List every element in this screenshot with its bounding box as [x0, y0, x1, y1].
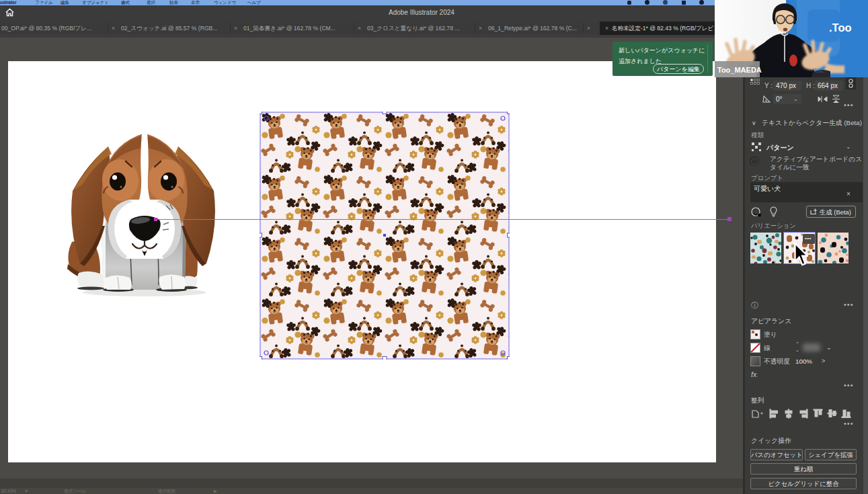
svg-text:Too_MAEDA: Too_MAEDA	[717, 66, 762, 74]
svg-text:.Too: .Too	[829, 22, 852, 34]
